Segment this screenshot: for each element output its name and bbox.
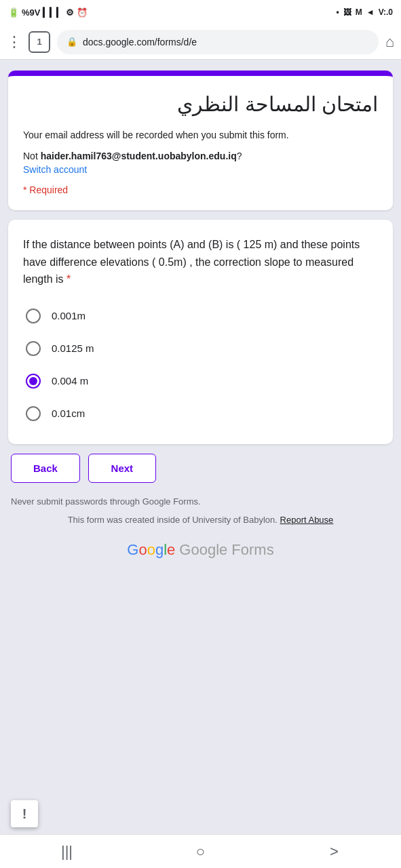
dot-icon: • [337,7,339,17]
content-area: امتحان المساحة النظري Your email address… [0,60,401,494]
lock-icon: 🔒 [66,37,77,47]
radio-circle-4 [26,406,41,421]
url-bar[interactable]: 🔒 docs.google.com/forms/d/e [57,30,379,54]
nav-buttons: Back Next [8,454,393,483]
email-notice: Your email address will be recorded when… [23,128,378,142]
feedback-button[interactable]: ! [11,800,38,827]
created-by-text: This form was created inside of Universi… [8,513,393,528]
radio-circle-3 [26,374,41,389]
forward-nav-button[interactable]: > [314,838,355,865]
radio-label-2: 0.0125 m [52,342,94,354]
header-card: امتحان المساحة النظري Your email address… [8,71,393,210]
radio-label-3: 0.004 m [52,375,88,387]
home-nav-button[interactable]: ○ [180,838,221,865]
report-abuse-link[interactable]: Report Abuse [280,515,334,525]
status-right: • 🖼 M ◄ V:.0 [337,7,393,17]
question-text: If the distance between points (A) and (… [23,236,378,288]
back-nav-button[interactable]: ||| [47,838,88,865]
required-star: * [64,273,71,285]
browser-tab-button[interactable]: 1 [28,31,50,53]
browser-bar: ⋮ 1 🔒 docs.google.com/forms/d/e ⌂ [0,24,401,60]
google-forms-logo: Google Google Forms [8,534,393,566]
volume-text: V:.0 [379,7,393,17]
back-button[interactable]: Back [11,454,80,483]
nav-icon: ◄ [366,7,375,17]
switch-account-link[interactable]: Switch account [23,164,378,175]
radio-option-3[interactable]: 0.004 m [23,367,378,395]
signal-text: %9V [22,7,40,18]
forms-logo-text: Google Forms [179,541,273,559]
browser-menu-icon[interactable]: ⋮ [7,33,22,51]
alarm-icon: ⏰ [77,7,88,18]
google-logo-text: Google [127,541,175,559]
radio-option-4[interactable]: 0.01cm [23,399,378,428]
question-card: If the distance between points (A) and (… [8,220,393,444]
footer-area: Never submit passwords through Google Fo… [0,494,401,576]
signal-bars: ▎▎▎ [43,7,63,18]
url-text: docs.google.com/forms/d/e [83,37,197,47]
required-note: * Required [23,184,378,195]
home-icon[interactable]: ⌂ [385,33,394,51]
radio-label-1: 0.001m [52,310,85,321]
radio-circle-1 [26,309,41,323]
radio-option-2[interactable]: 0.0125 m [23,334,378,363]
mail-icon: M [356,7,362,17]
battery-icon: 🔋 [8,7,19,18]
form-title: امتحان المساحة النظري [23,91,378,117]
not-account-text: Not haider.hamil763@student.uobabylon.ed… [23,151,378,161]
feedback-icon: ! [22,806,27,822]
radio-inner-3 [29,377,37,385]
account-email: haider.hamil763@student.uobabylon.edu.iq [41,151,237,161]
bottom-nav: ||| ○ > [0,834,401,868]
never-submit-text: Never submit passwords through Google Fo… [8,496,393,507]
settings-icon: ⚙ [66,7,74,18]
radio-circle-2 [26,341,41,356]
radio-label-4: 0.01cm [52,408,85,419]
next-button[interactable]: Next [88,454,156,483]
status-left: 🔋 %9V ▎▎▎ ⚙ ⏰ [8,7,88,18]
image-icon: 🖼 [343,7,351,17]
status-bar: 🔋 %9V ▎▎▎ ⚙ ⏰ • 🖼 M ◄ V:.0 [0,0,401,24]
radio-option-1[interactable]: 0.001m [23,302,378,330]
radio-options: 0.001m 0.0125 m 0.004 m 0.01cm [23,302,378,428]
